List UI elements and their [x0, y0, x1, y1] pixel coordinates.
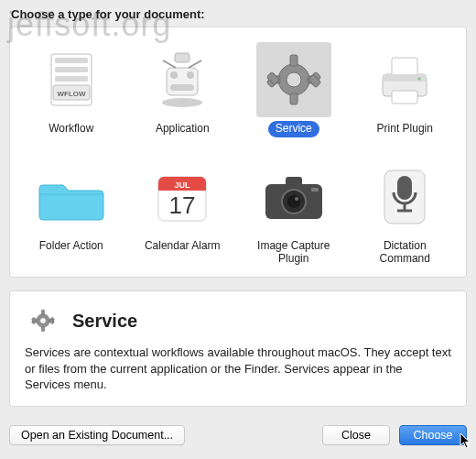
detail-title: Service	[72, 311, 137, 332]
svg-point-6	[162, 98, 202, 107]
svg-rect-13	[175, 53, 189, 62]
folder-action-icon	[34, 159, 109, 235]
type-service-label: Service	[268, 121, 319, 137]
image-capture-icon	[256, 159, 331, 235]
svg-point-9	[187, 71, 194, 79]
choose-button[interactable]: Choose	[399, 425, 467, 445]
type-image-capture-label: Image Capture Plugin	[243, 238, 344, 268]
svg-point-23	[287, 72, 301, 87]
svg-rect-44	[41, 327, 44, 332]
svg-rect-43	[41, 310, 44, 314]
detail-description: Services are contextual workflows availa…	[25, 344, 451, 393]
application-icon	[145, 42, 220, 117]
svg-point-8	[170, 71, 178, 79]
svg-rect-7	[167, 68, 198, 95]
type-dictation[interactable]: Dictation Command	[350, 154, 461, 271]
svg-point-36	[295, 197, 298, 201]
svg-point-35	[287, 195, 300, 208]
detail-gear-icon	[25, 302, 61, 339]
type-workflow-label: Workflow	[41, 121, 101, 137]
svg-rect-37	[311, 188, 319, 191]
svg-line-11	[163, 60, 176, 68]
svg-rect-33	[286, 177, 302, 186]
svg-rect-3	[55, 76, 88, 82]
type-folder-action-label: Folder Action	[32, 238, 111, 255]
type-service[interactable]: Service	[238, 37, 350, 154]
calendar-alarm-icon: JUL 17	[145, 159, 220, 235]
workflow-icon: WFLOW	[34, 42, 109, 117]
svg-point-51	[40, 318, 47, 324]
type-application[interactable]: Application	[127, 37, 239, 154]
type-workflow[interactable]: WFLOW Workflow	[16, 37, 127, 154]
type-dictation-label: Dictation Command	[354, 238, 455, 268]
svg-rect-1	[55, 58, 88, 63]
type-image-capture[interactable]: Image Capture Plugin	[238, 154, 350, 271]
open-existing-button[interactable]: Open an Existing Document...	[9, 425, 185, 445]
dictation-icon	[367, 159, 442, 235]
close-button[interactable]: Close	[322, 425, 390, 445]
svg-point-28	[418, 77, 421, 80]
document-type-grid: WFLOW Workflow Application	[9, 27, 467, 278]
type-calendar-alarm-label: Calendar Alarm	[137, 238, 228, 255]
type-calendar-alarm[interactable]: JUL 17 Calendar Alarm	[127, 154, 239, 271]
svg-rect-2	[55, 67, 88, 72]
service-icon	[256, 42, 331, 117]
calendar-day: 17	[169, 191, 196, 219]
svg-text:WFLOW: WFLOW	[57, 90, 86, 98]
type-print-plugin-label: Print Plugin	[370, 121, 440, 137]
bottom-bar: Open an Existing Document... Close Choos…	[0, 419, 476, 459]
detail-panel: Service Services are contextual workflow…	[9, 290, 467, 407]
calendar-month: JUL	[175, 180, 191, 190]
choose-type-heading: Choose a type for your document:	[0, 0, 476, 27]
print-plugin-icon	[367, 42, 442, 117]
type-application-label: Application	[148, 121, 217, 137]
svg-line-12	[189, 60, 201, 68]
svg-rect-27	[392, 91, 417, 104]
svg-rect-10	[170, 84, 194, 91]
type-folder-action[interactable]: Folder Action	[16, 154, 127, 271]
svg-rect-16	[290, 93, 298, 104]
svg-rect-39	[397, 176, 412, 200]
type-print-plugin[interactable]: Print Plugin	[350, 37, 461, 154]
svg-rect-15	[290, 55, 298, 66]
